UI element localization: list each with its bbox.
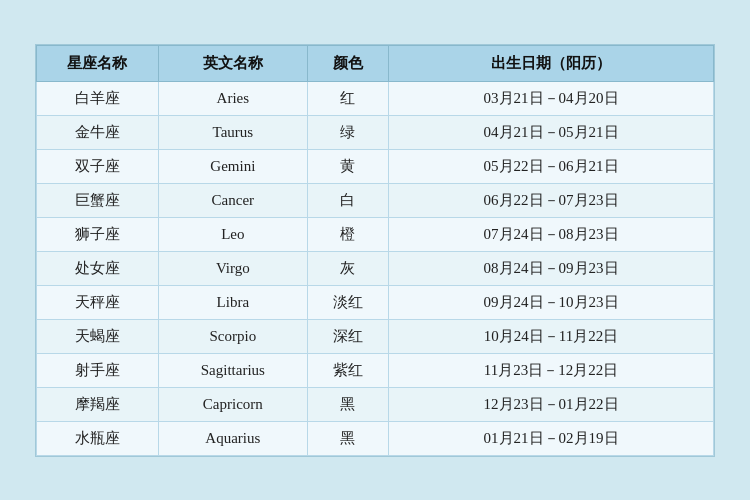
cell-english-name: Aries	[158, 81, 307, 115]
cell-color: 黄	[307, 149, 388, 183]
cell-chinese-name: 处女座	[37, 251, 159, 285]
table-row: 天蝎座Scorpio深红10月24日－11月22日	[37, 319, 714, 353]
cell-english-name: Taurus	[158, 115, 307, 149]
header-chinese-name: 星座名称	[37, 45, 159, 81]
cell-color: 白	[307, 183, 388, 217]
cell-color: 淡红	[307, 285, 388, 319]
cell-dates: 06月22日－07月23日	[389, 183, 714, 217]
cell-chinese-name: 双子座	[37, 149, 159, 183]
cell-english-name: Libra	[158, 285, 307, 319]
cell-dates: 10月24日－11月22日	[389, 319, 714, 353]
cell-english-name: Virgo	[158, 251, 307, 285]
table-row: 金牛座Taurus绿04月21日－05月21日	[37, 115, 714, 149]
zodiac-table-container: 星座名称 英文名称 颜色 出生日期（阳历） 白羊座Aries红03月21日－04…	[35, 44, 715, 457]
cell-dates: 04月21日－05月21日	[389, 115, 714, 149]
table-row: 白羊座Aries红03月21日－04月20日	[37, 81, 714, 115]
cell-english-name: Capricorn	[158, 387, 307, 421]
cell-dates: 01月21日－02月19日	[389, 421, 714, 455]
cell-color: 灰	[307, 251, 388, 285]
table-row: 处女座Virgo灰08月24日－09月23日	[37, 251, 714, 285]
cell-dates: 03月21日－04月20日	[389, 81, 714, 115]
cell-chinese-name: 白羊座	[37, 81, 159, 115]
cell-chinese-name: 摩羯座	[37, 387, 159, 421]
cell-color: 红	[307, 81, 388, 115]
cell-color: 橙	[307, 217, 388, 251]
table-body: 白羊座Aries红03月21日－04月20日金牛座Taurus绿04月21日－0…	[37, 81, 714, 455]
header-english-name: 英文名称	[158, 45, 307, 81]
cell-english-name: Cancer	[158, 183, 307, 217]
cell-dates: 07月24日－08月23日	[389, 217, 714, 251]
table-row: 天秤座Libra淡红09月24日－10月23日	[37, 285, 714, 319]
table-row: 摩羯座Capricorn黑12月23日－01月22日	[37, 387, 714, 421]
table-row: 双子座Gemini黄05月22日－06月21日	[37, 149, 714, 183]
cell-dates: 05月22日－06月21日	[389, 149, 714, 183]
cell-english-name: Leo	[158, 217, 307, 251]
cell-chinese-name: 狮子座	[37, 217, 159, 251]
table-row: 狮子座Leo橙07月24日－08月23日	[37, 217, 714, 251]
cell-chinese-name: 射手座	[37, 353, 159, 387]
zodiac-table: 星座名称 英文名称 颜色 出生日期（阳历） 白羊座Aries红03月21日－04…	[36, 45, 714, 456]
table-row: 射手座Sagittarius紫红11月23日－12月22日	[37, 353, 714, 387]
cell-color: 紫红	[307, 353, 388, 387]
cell-english-name: Gemini	[158, 149, 307, 183]
table-row: 巨蟹座Cancer白06月22日－07月23日	[37, 183, 714, 217]
cell-english-name: Aquarius	[158, 421, 307, 455]
header-color: 颜色	[307, 45, 388, 81]
cell-chinese-name: 巨蟹座	[37, 183, 159, 217]
cell-chinese-name: 天秤座	[37, 285, 159, 319]
cell-color: 绿	[307, 115, 388, 149]
cell-dates: 09月24日－10月23日	[389, 285, 714, 319]
cell-color: 黑	[307, 387, 388, 421]
cell-english-name: Sagittarius	[158, 353, 307, 387]
table-row: 水瓶座Aquarius黑01月21日－02月19日	[37, 421, 714, 455]
cell-dates: 08月24日－09月23日	[389, 251, 714, 285]
cell-color: 黑	[307, 421, 388, 455]
cell-chinese-name: 水瓶座	[37, 421, 159, 455]
cell-color: 深红	[307, 319, 388, 353]
cell-chinese-name: 天蝎座	[37, 319, 159, 353]
cell-dates: 11月23日－12月22日	[389, 353, 714, 387]
cell-dates: 12月23日－01月22日	[389, 387, 714, 421]
cell-chinese-name: 金牛座	[37, 115, 159, 149]
header-birthdate: 出生日期（阳历）	[389, 45, 714, 81]
cell-english-name: Scorpio	[158, 319, 307, 353]
table-header-row: 星座名称 英文名称 颜色 出生日期（阳历）	[37, 45, 714, 81]
